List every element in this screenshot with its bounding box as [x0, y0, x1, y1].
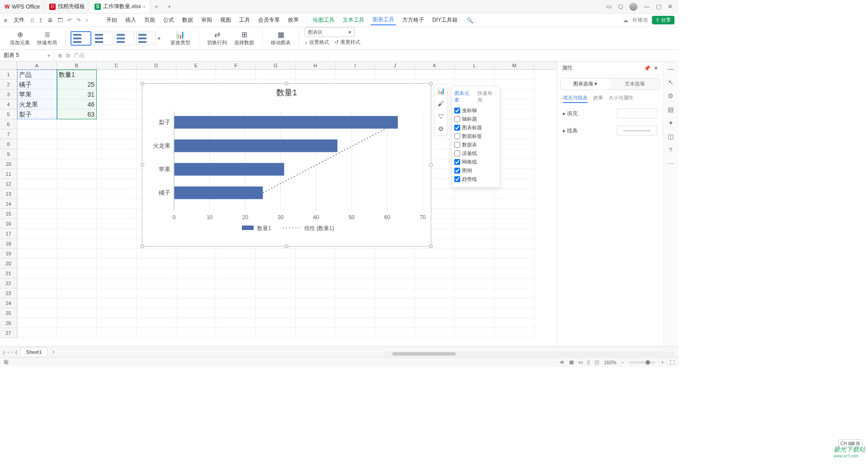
cell[interactable]: [57, 258, 97, 268]
add-sheet-button[interactable]: ＋: [47, 348, 60, 355]
cell[interactable]: [216, 308, 256, 318]
eye-icon[interactable]: 👁: [560, 360, 565, 365]
chart-element-checkbox[interactable]: 趋势线: [454, 175, 497, 183]
cell[interactable]: [97, 189, 137, 199]
horizontal-scrollbar[interactable]: [384, 352, 675, 356]
col-header[interactable]: I: [335, 61, 375, 69]
app-tab-docer[interactable]: D 找稻壳模板: [45, 0, 90, 13]
cell[interactable]: [335, 308, 375, 318]
cell[interactable]: [17, 179, 57, 189]
cell[interactable]: [256, 268, 296, 278]
cell[interactable]: [455, 199, 495, 209]
cell[interactable]: [296, 288, 335, 298]
cell[interactable]: [57, 219, 97, 229]
cell[interactable]: [495, 159, 534, 169]
cell[interactable]: [137, 258, 176, 268]
row-header[interactable]: 19: [0, 249, 17, 258]
cell[interactable]: [17, 129, 57, 139]
popup-tab-layout[interactable]: 快速布局: [477, 90, 497, 103]
cell[interactable]: [375, 249, 415, 258]
cursor-icon[interactable]: ↖: [668, 79, 674, 86]
cell[interactable]: [415, 278, 455, 288]
cell[interactable]: [57, 149, 97, 159]
reset-style-button[interactable]: ↺ 重置样式: [335, 39, 360, 46]
cell[interactable]: [97, 258, 137, 268]
cell[interactable]: [415, 318, 455, 328]
cell[interactable]: [17, 278, 57, 288]
chart-element-checkbox[interactable]: 坐标轴: [454, 106, 497, 115]
fill-label[interactable]: 填充: [567, 110, 578, 117]
cube-icon[interactable]: ⬡: [618, 3, 623, 10]
cell[interactable]: [495, 328, 534, 338]
tab-member[interactable]: 会员专享: [256, 15, 282, 25]
cell[interactable]: [335, 278, 375, 288]
cell[interactable]: [415, 258, 455, 268]
cell[interactable]: 梨子: [17, 109, 57, 119]
sheet-area[interactable]: A B C D E F G H I J K L M 1产品数量12橘子253苹果…: [0, 61, 557, 346]
cell[interactable]: [176, 278, 216, 288]
chart-element-checkbox[interactable]: 网格线: [454, 158, 497, 166]
chart-element-checkbox[interactable]: 数据标签: [454, 132, 497, 141]
row-header[interactable]: 9: [0, 149, 17, 159]
cell[interactable]: 苹果: [17, 89, 57, 99]
cell[interactable]: [17, 298, 57, 308]
cell[interactable]: [57, 169, 97, 179]
cell[interactable]: [256, 318, 296, 328]
cell[interactable]: [216, 268, 256, 278]
row-header[interactable]: 1: [0, 70, 17, 80]
formula-value[interactable]: 产品: [74, 52, 85, 59]
popup-tab-elements[interactable]: 图表元素: [454, 90, 474, 103]
print-icon[interactable]: 🖶: [47, 17, 53, 24]
cell[interactable]: [256, 298, 296, 308]
cell[interactable]: [495, 209, 534, 219]
row-header[interactable]: 13: [0, 189, 17, 199]
prev-sheet-icon[interactable]: ‹: [8, 349, 9, 355]
cell[interactable]: [455, 258, 495, 268]
cell[interactable]: [256, 288, 296, 298]
cell[interactable]: [375, 288, 415, 298]
cell[interactable]: [97, 80, 137, 89]
tab-start[interactable]: 开始: [104, 15, 119, 25]
cell[interactable]: [17, 119, 57, 129]
row-header[interactable]: 5: [0, 109, 17, 119]
cell[interactable]: [335, 328, 375, 338]
cell[interactable]: [375, 328, 415, 338]
name-box[interactable]: 图表 5▾: [0, 50, 54, 61]
close-panel-icon[interactable]: ✕: [654, 65, 658, 71]
chart-style-preset-3[interactable]: [114, 32, 134, 45]
cell[interactable]: [495, 268, 534, 278]
pin-icon[interactable]: 📌: [644, 65, 651, 71]
cell[interactable]: [495, 80, 534, 89]
resize-handle[interactable]: [141, 244, 144, 248]
cell[interactable]: [375, 258, 415, 268]
cell[interactable]: [256, 328, 296, 338]
cell[interactable]: 63: [57, 109, 97, 119]
cell[interactable]: [137, 249, 176, 258]
cell[interactable]: [455, 209, 495, 219]
view-normal-icon[interactable]: ▭: [578, 359, 583, 365]
cell[interactable]: [216, 249, 256, 258]
cell[interactable]: [296, 268, 335, 278]
row-header[interactable]: 3: [0, 89, 17, 99]
cell[interactable]: [97, 288, 137, 298]
cloud-pending-icon[interactable]: ☁: [623, 17, 628, 24]
zoom-in-icon[interactable]: ＋: [660, 359, 665, 366]
filter-icon[interactable]: ▽: [434, 110, 447, 122]
chart-object[interactable]: 数量1 010203040506070梨子火龙果苹果橘子数量1线性 (数量1): [142, 83, 431, 247]
cell[interactable]: [415, 288, 455, 298]
cell[interactable]: [137, 308, 176, 318]
resize-handle[interactable]: [141, 82, 144, 85]
cell[interactable]: [57, 249, 97, 258]
cell[interactable]: [495, 129, 534, 139]
cell[interactable]: [455, 239, 495, 249]
view-split-icon[interactable]: ◫: [594, 359, 599, 365]
preview-icon[interactable]: 🗔: [57, 17, 63, 24]
col-header[interactable]: M: [495, 61, 534, 69]
help-rail-icon[interactable]: ?: [669, 146, 673, 154]
cell[interactable]: [137, 328, 176, 338]
scrollbar-thumb[interactable]: [392, 352, 456, 356]
cell[interactable]: [415, 268, 455, 278]
cell[interactable]: [495, 298, 534, 308]
chart-element-checkbox[interactable]: 图表标题: [454, 123, 497, 132]
chart-area-select[interactable]: 图表区▾: [305, 27, 354, 37]
